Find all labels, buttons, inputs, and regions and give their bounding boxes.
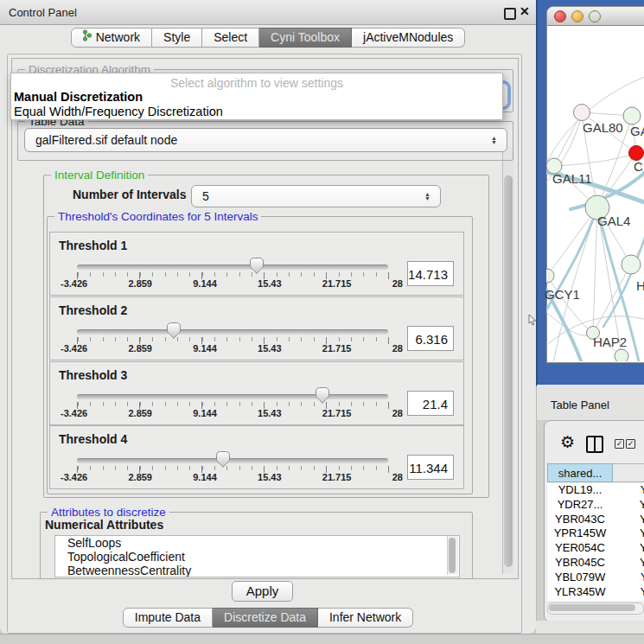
node-bottom <box>615 349 628 361</box>
table-row[interactable]: YDR27... YDR2 <box>547 498 644 513</box>
tab-style[interactable]: Style <box>152 28 202 48</box>
apply-button[interactable]: Apply <box>232 581 293 602</box>
threshold-value-field[interactable]: 14.713 <box>407 261 454 286</box>
slider-track[interactable] <box>77 329 388 335</box>
slider-track[interactable] <box>77 265 388 270</box>
cell-name: YBL0 <box>613 571 644 585</box>
slider-thumb[interactable] <box>166 322 181 339</box>
slider-ticks <box>78 272 388 277</box>
slider-scale: -3.4262.8599.14415.4321.71528 <box>61 408 403 418</box>
table-row[interactable]: YER054C YER0 <box>547 541 644 556</box>
float-window-icon[interactable] <box>504 8 516 20</box>
cell-name: YDR2 <box>613 498 644 513</box>
cell-shared-name: YIL05... <box>547 599 613 601</box>
table-row[interactable]: YIL05... YIL0 <box>547 599 644 601</box>
scale-label: 2.859 <box>128 408 152 418</box>
dropdown-item-manual-discretization[interactable]: Manual Discretization <box>11 90 502 105</box>
slider-track[interactable] <box>77 394 388 399</box>
tab-discretize-data[interactable]: Discretize Data <box>213 608 318 628</box>
close-icon[interactable]: ✕ <box>520 4 530 18</box>
tab-impute-data[interactable]: Impute Data <box>123 608 213 628</box>
node-label-gal11: GAL11 <box>552 171 592 186</box>
node-gal80 <box>574 105 590 121</box>
slider-thumb[interactable] <box>316 387 330 404</box>
scale-label: -3.426 <box>61 408 87 418</box>
list-scrollbar-thumb[interactable] <box>449 538 456 573</box>
table-panel-footer <box>536 621 644 634</box>
table-row[interactable]: YPR145W YPR1 <box>547 526 644 541</box>
scrollbar-thumb[interactable] <box>504 175 513 567</box>
table-data-combobox[interactable]: galFiltered.sif default node ▲▼ <box>24 128 507 152</box>
checkbox-icon[interactable]: ✓ <box>626 439 635 449</box>
slider-scale: -3.4262.8599.14415.4321.71528 <box>61 343 403 354</box>
table-body[interactable]: YDL19... YDL1 YDR27... YDR2 YBR043C YBR0… <box>547 483 644 601</box>
table-scrollbar-thumb[interactable] <box>549 604 635 611</box>
column-header-shared[interactable]: shared... <box>547 463 613 482</box>
scale-label: -3.426 <box>61 278 87 289</box>
slider-track[interactable] <box>77 458 388 463</box>
number-of-intervals-combobox[interactable]: 5 ▲▼ <box>191 185 441 207</box>
numerical-attributes-label: Numerical Attributes <box>45 518 163 532</box>
table-panel-title: Table Panel <box>551 399 609 411</box>
mouse-cursor <box>528 314 537 329</box>
top-tab-bar: Network Style Select Cyni Toolbox jActiv… <box>0 28 536 48</box>
tab-network[interactable]: Network <box>71 28 152 48</box>
table-row[interactable]: YLR345W YLR3 <box>547 585 644 600</box>
tab-cyni-toolbox[interactable]: Cyni Toolbox <box>259 28 352 48</box>
threshold-value-field[interactable]: 11.344 <box>407 455 454 480</box>
group-title: Threshold's Coordinates for 5 Intervals <box>54 210 261 223</box>
table-row[interactable]: YDL19... YDL1 <box>547 483 644 498</box>
close-traffic-light[interactable] <box>554 10 566 22</box>
column-header-name[interactable]: n <box>613 463 644 482</box>
column-layout-icon[interactable] <box>586 436 603 453</box>
slider-scale: -3.4262.8599.14415.4321.71528 <box>61 472 403 482</box>
network-canvas[interactable] <box>546 24 644 361</box>
dropdown-item-equal-width-frequency[interactable]: Equal Width/Frequency Discretization <box>11 105 502 119</box>
tab-jactivemnodules[interactable]: jActiveMNodules <box>352 28 465 48</box>
node-label-gal80: GAL80 <box>583 120 623 135</box>
checkbox-icon[interactable]: ✓ <box>615 439 624 449</box>
scale-label: 21.715 <box>322 472 352 482</box>
tab-label: Select <box>214 29 247 47</box>
cell-name: YLR3 <box>613 585 644 600</box>
list-item[interactable]: TopologicalCoefficient <box>55 550 459 564</box>
tab-label: Network <box>96 29 140 47</box>
window-title: Control Panel <box>9 6 77 19</box>
cell-shared-name: YDR27... <box>547 498 613 513</box>
scale-label: 9.144 <box>193 343 217 354</box>
zoom-traffic-light[interactable] <box>589 10 601 22</box>
tab-label: Cyni Toolbox <box>271 29 340 47</box>
cell-shared-name: YBR045C <box>547 556 613 571</box>
network-icon <box>83 29 92 47</box>
tab-label: Infer Network <box>329 609 401 627</box>
tab-label: jActiveMNodules <box>363 29 453 47</box>
number-of-intervals-label: Number of Intervals <box>73 188 186 201</box>
list-item[interactable]: BetweennessCentrality <box>55 564 459 577</box>
node-label-gcy1: GCY1 <box>545 287 580 302</box>
attributes-list[interactable]: SelfLoopsTopologicalCoefficientBetweenne… <box>54 535 460 577</box>
window-bottom-strip <box>0 634 644 644</box>
cell-name: YBR0 <box>613 513 644 527</box>
scale-label: 15.43 <box>258 472 282 482</box>
slider-ticks <box>78 337 388 341</box>
tab-label: Style <box>163 29 190 47</box>
scale-label: -3.426 <box>61 343 87 354</box>
node-label-gal4: GAL4 <box>597 214 630 228</box>
threshold-value-field[interactable]: 6.316 <box>407 326 454 351</box>
minimize-traffic-light[interactable] <box>571 10 583 22</box>
gear-icon[interactable]: ⚙ <box>560 434 575 450</box>
table-row[interactable]: YBR043C YBR0 <box>547 513 644 527</box>
slider-thumb[interactable] <box>216 451 231 468</box>
table-row[interactable]: YBR045C YBR0 <box>547 556 644 571</box>
cell-shared-name: YBR043C <box>547 513 613 527</box>
tab-label: Impute Data <box>135 609 201 627</box>
threshold-3-panel: Threshold 3 -3.4262.8599.14415.4321.7152… <box>49 361 464 425</box>
threshold-value-field[interactable]: 21.4 <box>407 391 454 416</box>
scale-label: 2.859 <box>128 472 152 482</box>
tab-infer-network[interactable]: Infer Network <box>318 608 413 628</box>
cell-shared-name: YDL19... <box>547 483 613 498</box>
list-item[interactable]: SelfLoops <box>55 536 459 550</box>
tab-select[interactable]: Select <box>202 28 259 48</box>
table-row[interactable]: YBL079W YBL0 <box>547 571 644 585</box>
slider-thumb[interactable] <box>249 258 264 274</box>
